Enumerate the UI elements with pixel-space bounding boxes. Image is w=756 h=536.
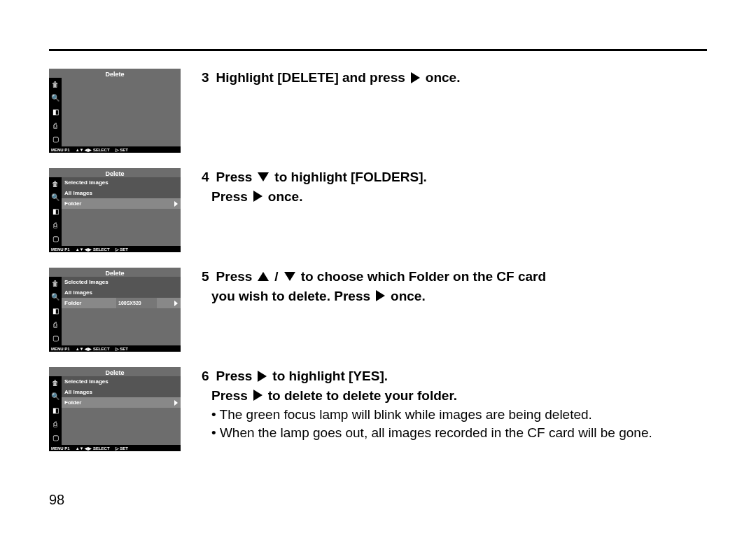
magnifier-icon: 🔍 — [51, 194, 59, 201]
lcd-title: Delete — [49, 71, 181, 78]
trash-icon: 🗑 — [52, 280, 59, 287]
lcd-sidebar: 🗑 🔍 ◧ ⎙ ▢ — [49, 177, 62, 246]
right-arrow-icon — [253, 390, 262, 401]
menu-label: Folder — [64, 200, 81, 207]
step-text: Press — [216, 268, 253, 286]
menu-row: All Images — [62, 287, 181, 298]
menu-row-highlight: Folder — [62, 198, 181, 209]
right-arrow-icon — [174, 201, 178, 207]
right-arrow-icon — [253, 191, 262, 202]
copy-icon: ⎙ — [53, 222, 57, 229]
magnifier-icon: 🔍 — [51, 294, 59, 301]
menu-row-highlight: Folder 100SX520 — [62, 298, 181, 308]
footer-menu: MENU P1 — [51, 247, 70, 252]
menu-label: Selected Images — [64, 378, 108, 385]
copy-icon: ⎙ — [53, 123, 57, 130]
step-text: Press — [211, 188, 248, 206]
right-arrow-icon — [376, 290, 385, 301]
lcd-title: Delete — [49, 369, 181, 376]
page-number: 98 — [49, 492, 64, 508]
down-arrow-icon — [284, 272, 295, 281]
menu-label: Folder — [64, 399, 81, 406]
footer-set: ▷ SET — [115, 147, 128, 152]
folder-icon: ▢ — [52, 335, 59, 342]
footer-select: ▲▼ ◀▶ SELECT — [76, 346, 110, 351]
step-text: to choose which Folder on the CF card — [301, 268, 546, 286]
right-arrow-icon — [174, 400, 178, 406]
step-text: to highlight [FOLDERS]. — [274, 168, 426, 186]
slash: / — [274, 268, 278, 286]
step-text: Highlight [DELETE] and press — [216, 69, 405, 87]
trash-icon: 🗑 — [52, 81, 59, 88]
multi-icon: ◧ — [52, 109, 59, 116]
lcd-footer: MENU P1 ▲▼ ◀▶ SELECT ▷ SET — [49, 345, 181, 352]
menu-row: All Images — [62, 188, 181, 198]
menu-label: All Images — [64, 389, 92, 395]
footer-select: ▲▼ ◀▶ SELECT — [76, 446, 110, 451]
bullet-1: • The green focus lamp will blink while … — [211, 406, 707, 424]
step-text: once. — [391, 287, 426, 305]
menu-value: 100SX520 — [116, 298, 157, 308]
footer-menu: MENU P1 — [51, 446, 70, 451]
footer-menu: MENU P1 — [51, 347, 70, 351]
folder-icon: ▢ — [52, 434, 59, 441]
lcd-thumbnail-6: Delete 🗑 🔍 ◧ ⎙ ▢ Selected Images All Ima… — [49, 367, 181, 451]
bullet-2: • When the lamp goes out, all images rec… — [211, 424, 707, 442]
menu-row: Selected Images — [62, 376, 181, 387]
menu-label: Folder — [64, 300, 81, 306]
step-text: Press — [211, 387, 248, 405]
multi-icon: ◧ — [52, 308, 59, 315]
lcd-title: Delete — [49, 270, 181, 277]
lcd-thumbnail-5: Delete 🗑 🔍 ◧ ⎙ ▢ Selected Images All Ima… — [49, 268, 181, 352]
lcd-sidebar: 🗑 🔍 ◧ ⎙ ▢ — [49, 277, 62, 345]
lcd-footer: MENU P1 ▲▼ ◀▶ SELECT ▷ SET — [49, 445, 181, 451]
step-number: 6 — [202, 367, 209, 385]
footer-menu: MENU P1 — [51, 148, 70, 152]
trash-icon: 🗑 — [52, 181, 59, 188]
menu-row: Selected Images — [62, 177, 181, 188]
menu-label: All Images — [64, 289, 92, 296]
copy-icon: ⎙ — [53, 421, 57, 428]
menu-label: All Images — [64, 190, 92, 196]
step-number: 5 — [202, 268, 209, 286]
lcd-content: Selected Images All Images Folder 100SX5… — [62, 277, 181, 345]
menu-row: Selected Images — [62, 277, 181, 287]
menu-row: All Images — [62, 387, 181, 397]
lcd-content — [62, 78, 181, 146]
footer-set: ▷ SET — [115, 247, 128, 252]
horizontal-rule — [49, 49, 707, 51]
folder-icon: ▢ — [52, 136, 59, 143]
folder-icon: ▢ — [52, 235, 59, 242]
step-text: Press — [216, 168, 253, 186]
menu-row-highlight: Folder — [62, 397, 181, 408]
lcd-sidebar: 🗑 🔍 ◧ ⎙ ▢ — [49, 376, 62, 445]
step-number: 3 — [202, 69, 209, 87]
lcd-thumbnail-3: Delete 🗑 🔍 ◧ ⎙ ▢ MENU P1 ▲▼ ◀▶ SELECT ▷ … — [49, 69, 181, 153]
menu-label: Selected Images — [64, 279, 108, 285]
footer-select: ▲▼ ◀▶ SELECT — [76, 147, 110, 152]
lcd-footer: MENU P1 ▲▼ ◀▶ SELECT ▷ SET — [49, 146, 181, 153]
step-text: you wish to delete. Press — [211, 287, 370, 305]
step-text: once. — [268, 188, 303, 206]
step-number: 4 — [202, 168, 209, 186]
lcd-content: Selected Images All Images Folder — [62, 177, 181, 246]
right-arrow-icon — [258, 371, 267, 382]
magnifier-icon: 🔍 — [51, 95, 59, 102]
lcd-title: Delete — [49, 170, 181, 177]
step-text: Press — [216, 367, 253, 385]
step-3-row: Delete 🗑 🔍 ◧ ⎙ ▢ MENU P1 ▲▼ ◀▶ SELECT ▷ … — [49, 69, 707, 153]
magnifier-icon: 🔍 — [51, 393, 59, 400]
copy-icon: ⎙ — [53, 322, 57, 329]
step-text: to highlight [YES]. — [272, 367, 388, 385]
down-arrow-icon — [258, 172, 269, 181]
footer-set: ▷ SET — [115, 346, 128, 351]
footer-select: ▲▼ ◀▶ SELECT — [76, 247, 110, 252]
footer-set: ▷ SET — [115, 446, 128, 451]
step-4-row: Delete 🗑 🔍 ◧ ⎙ ▢ Selected Images All Ima… — [49, 168, 707, 252]
up-arrow-icon — [258, 272, 269, 281]
multi-icon: ◧ — [52, 407, 59, 414]
step-text: once. — [426, 69, 461, 87]
step-text: to delete to delete your folder. — [268, 387, 457, 405]
lcd-thumbnail-4: Delete 🗑 🔍 ◧ ⎙ ▢ Selected Images All Ima… — [49, 168, 181, 252]
trash-icon: 🗑 — [52, 380, 59, 387]
